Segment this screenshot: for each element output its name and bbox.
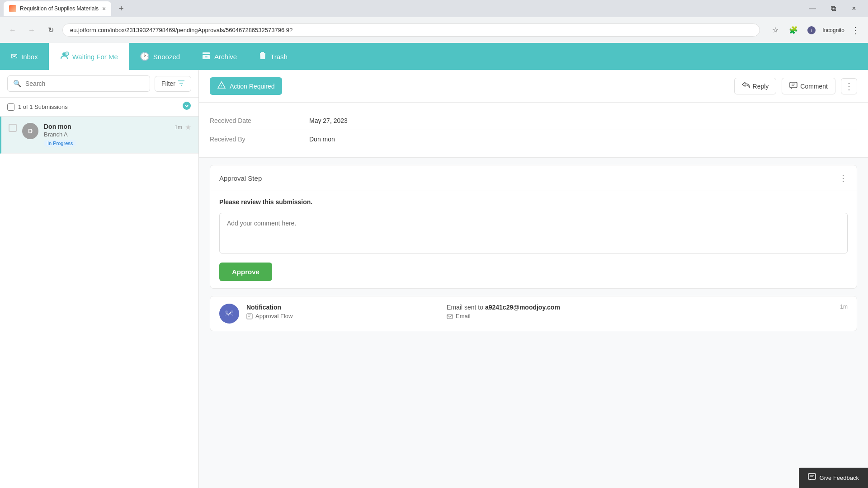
search-bar: 🔍 Filter <box>0 70 198 98</box>
approval-flow-icon <box>246 313 253 319</box>
comment-textarea[interactable] <box>219 213 848 253</box>
approval-instruction: Please review this submission. <box>219 198 848 206</box>
address-bar[interactable]: eu.jotform.com/inbox/231393247798469/pen… <box>62 23 760 37</box>
panel-more-button[interactable]: ⋮ <box>841 78 857 94</box>
svg-rect-10 <box>790 82 797 88</box>
nav-waiting-for-me[interactable]: ! Waiting For Me <box>49 43 129 70</box>
reply-label: Reply <box>753 83 769 90</box>
archive-icon <box>202 51 211 62</box>
action-required-icon: ! <box>217 81 226 91</box>
nav-trash[interactable]: Trash <box>248 43 298 70</box>
inbox-label: Inbox <box>21 53 38 61</box>
submissions-count: 1 of 1 Submissions <box>18 103 179 110</box>
submission-time: 1m <box>175 124 182 131</box>
profile-button[interactable]: I <box>804 23 819 38</box>
close-window-button[interactable]: × <box>844 1 864 16</box>
received-by-label: Received By <box>210 136 309 143</box>
panel-header: ! Action Required Reply <box>199 70 868 103</box>
notification-card: Notification Approval Flow Email sent to… <box>210 296 857 331</box>
notification-detail: Email sent to a9241c29@moodjoy.com Email <box>447 304 833 319</box>
snoozed-label: Snoozed <box>153 53 180 61</box>
comment-label: Comment <box>800 83 828 90</box>
approve-button[interactable]: Approve <box>219 263 272 281</box>
give-feedback-button[interactable]: Give Feedback <box>799 468 868 488</box>
panel-actions: Reply Comment ⋮ <box>734 78 857 94</box>
trash-label: Trash <box>270 53 288 61</box>
waiting-for-me-label: Waiting For Me <box>72 53 118 61</box>
submission-name: Don mon <box>44 123 169 130</box>
submission-star-icon[interactable]: ★ <box>185 123 191 131</box>
inbox-icon: ✉ <box>11 52 18 61</box>
submission-meta: 1m ★ <box>175 123 191 131</box>
trash-icon <box>259 51 267 62</box>
reply-button[interactable]: Reply <box>734 78 777 94</box>
notification-email-text: Email sent to <box>447 304 483 311</box>
select-all-checkbox[interactable] <box>7 103 14 111</box>
main-content: 🔍 Filter 1 of 1 Submissions <box>0 70 868 488</box>
submissions-dropdown-icon[interactable] <box>182 101 191 113</box>
comment-button[interactable]: Comment <box>782 78 835 94</box>
nav-snoozed[interactable]: 🕐 Snoozed <box>129 43 191 70</box>
browser-actions: ☆ 🧩 I Incognito ⋮ <box>768 23 863 38</box>
notification-time: 1m <box>840 304 848 310</box>
tab-favicon <box>9 5 16 12</box>
svg-point-13 <box>231 310 233 313</box>
notification-email-address: a9241c29@moodjoy.com <box>485 304 560 311</box>
tab-title: Requisition of Supplies Materials <box>20 5 99 12</box>
notification-type: Email <box>447 313 833 319</box>
svg-rect-15 <box>447 314 453 319</box>
archive-label: Archive <box>214 53 237 61</box>
browser-titlebar: Requisition of Supplies Materials × + — … <box>0 0 868 17</box>
svg-rect-7 <box>205 56 208 57</box>
browser-addressbar: ← → ↻ eu.jotform.com/inbox/2313932477984… <box>0 17 868 43</box>
back-button[interactable]: ← <box>5 23 20 38</box>
minimize-button[interactable]: — <box>802 1 823 16</box>
browser-more-button[interactable]: ⋮ <box>848 23 863 38</box>
submission-avatar: D <box>22 123 38 139</box>
approval-card: Approval Step ⋮ Please review this submi… <box>210 165 857 289</box>
search-input[interactable] <box>25 80 144 87</box>
detail-section: Received Date May 27, 2023 Received By D… <box>199 103 868 158</box>
approval-step-more-icon[interactable]: ⋮ <box>839 173 848 183</box>
window-controls: — ⧉ × <box>802 1 864 16</box>
approval-card-header: Approval Step ⋮ <box>210 165 857 191</box>
give-feedback-label: Give Feedback <box>820 474 859 481</box>
waiting-icon: ! <box>60 51 69 62</box>
search-input-wrapper[interactable]: 🔍 <box>7 75 150 92</box>
notification-content: Notification Approval Flow <box>246 304 439 319</box>
svg-text:I: I <box>811 28 812 33</box>
extensions-button[interactable]: 🧩 <box>786 23 801 38</box>
reply-icon <box>742 82 750 90</box>
new-tab-button[interactable]: + <box>115 2 127 15</box>
top-navigation: ✉ Inbox ! Waiting For Me 🕐 Snoozed <box>0 43 868 70</box>
restore-button[interactable]: ⧉ <box>823 1 844 16</box>
notification-icon <box>219 304 239 324</box>
submission-item[interactable]: D Don mon Branch A In Progress 1m ★ <box>0 117 198 154</box>
browser-tab[interactable]: Requisition of Supplies Materials × <box>4 1 111 16</box>
notification-email: Email sent to a9241c29@moodjoy.com <box>447 304 833 311</box>
browser-chrome: Requisition of Supplies Materials × + — … <box>0 0 868 43</box>
refresh-button[interactable]: ↻ <box>43 23 58 38</box>
search-icon: 🔍 <box>13 80 22 88</box>
star-button[interactable]: ☆ <box>768 23 783 38</box>
forward-button[interactable]: → <box>24 23 39 38</box>
url-text: eu.jotform.com/inbox/231393247798469/pen… <box>70 27 752 33</box>
submission-tag: In Progress <box>44 140 76 147</box>
received-date-row: Received Date May 27, 2023 <box>210 112 857 130</box>
action-required-badge[interactable]: ! Action Required <box>210 77 282 95</box>
nav-inbox[interactable]: ✉ Inbox <box>0 43 49 70</box>
submissions-header: 1 of 1 Submissions <box>0 98 198 117</box>
notification-subtitle: Approval Flow <box>246 313 439 319</box>
app-wrapper: ✉ Inbox ! Waiting For Me 🕐 Snoozed <box>0 43 868 488</box>
approval-card-body: Please review this submission. Approve <box>210 191 857 288</box>
submission-checkbox[interactable] <box>9 124 17 132</box>
tab-close-icon[interactable]: × <box>102 5 106 12</box>
filter-button[interactable]: Filter <box>155 76 191 92</box>
nav-archive[interactable]: Archive <box>191 43 248 70</box>
svg-text:!: ! <box>221 84 222 88</box>
notification-email-label: Email <box>456 313 471 319</box>
approval-step-title: Approval Step <box>219 174 262 182</box>
received-by-value: Don mon <box>309 136 335 143</box>
notification-title: Notification <box>246 304 439 311</box>
submission-branch: Branch A <box>44 131 169 138</box>
